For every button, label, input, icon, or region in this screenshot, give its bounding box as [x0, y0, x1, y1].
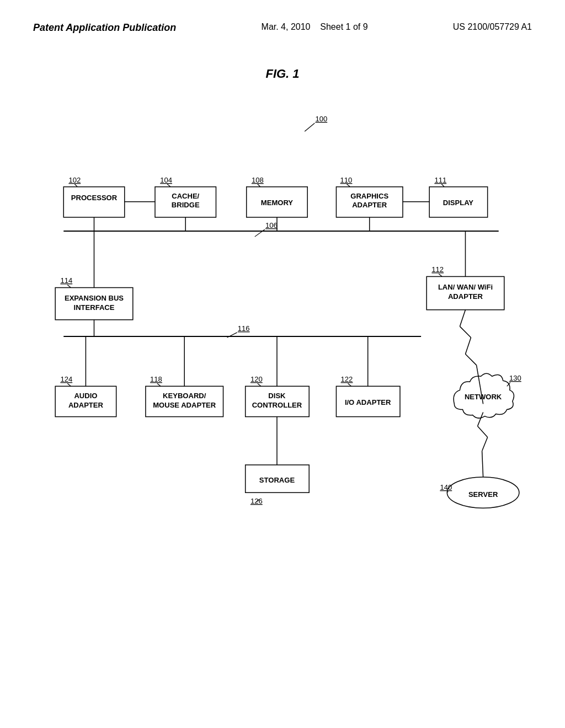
processor-box — [63, 187, 124, 217]
network-label: NETWORK — [465, 393, 502, 401]
cache-label: CACHE/ — [172, 192, 199, 200]
controller-label: CONTROLLER — [252, 401, 302, 409]
audio-adapter-label: ADAPTER — [68, 401, 104, 409]
ref-116: 116 — [238, 324, 250, 333]
ref-124: 124 — [60, 375, 72, 383]
processor-label: PROCESSOR — [71, 194, 118, 202]
interface-label: INTERFACE — [74, 303, 115, 312]
svg-line-32 — [465, 338, 471, 354]
audio-label: AUDIO — [74, 392, 97, 400]
expansion-label: EXPANSION BUS — [65, 294, 124, 302]
page-header: Patent Application Publication Mar. 4, 2… — [33, 22, 532, 34]
ref-100: 100 — [315, 115, 327, 123]
header-publication-title: Patent Application Publication — [33, 22, 176, 34]
ref-102: 102 — [68, 176, 81, 184]
mouse-adapter-label: MOUSE ADAPTER — [153, 401, 216, 409]
svg-line-3 — [74, 184, 77, 187]
page: Patent Application Publication Mar. 4, 2… — [0, 0, 565, 728]
svg-line-0 — [305, 123, 315, 131]
svg-line-33 — [465, 354, 476, 365]
ref-111: 111 — [434, 176, 446, 184]
ref-114: 114 — [60, 276, 72, 285]
svg-line-31 — [460, 326, 471, 338]
svg-line-10 — [347, 184, 350, 187]
svg-line-8 — [258, 184, 260, 187]
svg-line-37 — [478, 426, 488, 437]
adapter-label: ADAPTER — [352, 201, 387, 209]
ref-110: 110 — [340, 176, 353, 184]
svg-line-39 — [482, 451, 483, 477]
ref-112: 112 — [431, 265, 444, 274]
ref-118: 118 — [150, 375, 162, 383]
svg-line-1 — [255, 229, 265, 237]
ref-140: 140 — [440, 483, 452, 491]
io-label: I/O ADAPTER — [345, 398, 391, 406]
lan-label: LAN/ WAN/ WiFi — [438, 283, 493, 291]
keyboard-label: KEYBOARD/ — [163, 392, 206, 400]
diagram-area: 100 106 116 PROCESSOR 102 — [33, 98, 532, 594]
graphics-label: GRAPHICS — [350, 192, 388, 200]
figure-title: FIG. 1 — [33, 67, 532, 81]
header-patent-number: US 2100/057729 A1 — [453, 22, 532, 32]
disk-label: DISK — [268, 392, 286, 400]
ref-122: 122 — [341, 375, 353, 383]
display-label: DISPLAY — [443, 199, 474, 207]
bridge-label: BRIDGE — [172, 201, 200, 209]
svg-line-36 — [478, 413, 483, 426]
ref-130: 130 — [509, 374, 521, 382]
adapter2-label: ADAPTER — [448, 292, 483, 301]
svg-line-30 — [460, 310, 465, 326]
svg-line-5 — [167, 184, 170, 187]
ref-104: 104 — [160, 176, 172, 184]
server-label: SERVER — [468, 490, 498, 499]
svg-line-14 — [67, 285, 71, 288]
ref-106: 106 — [265, 221, 278, 229]
svg-line-12 — [441, 184, 444, 187]
ref-108: 108 — [252, 176, 264, 184]
ref-126: 126 — [250, 497, 263, 505]
header-date-sheet: Mar. 4, 2010 Sheet 1 of 9 — [262, 22, 368, 32]
svg-line-38 — [482, 437, 488, 451]
ref-120: 120 — [250, 375, 263, 383]
memory-label: MEMORY — [261, 199, 294, 207]
storage-label: STORAGE — [259, 476, 295, 484]
network-cloud: NETWORK — [454, 373, 514, 418]
